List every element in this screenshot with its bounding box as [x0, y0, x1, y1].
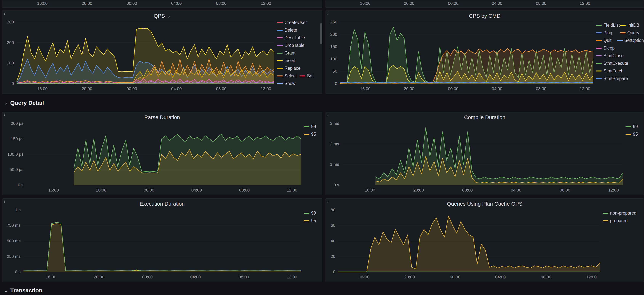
legend-color-marker [596, 40, 602, 41]
info-icon-glyph: i [327, 11, 328, 16]
legend-label: Insert [284, 58, 296, 63]
info-icon[interactable]: i [4, 199, 5, 204]
legend-item-query[interactable]: Query [620, 30, 644, 36]
x-tick-label: 12:00 [261, 1, 271, 6]
panel-title[interactable]: Execution Duration ⌄ [2, 198, 322, 209]
legend-label: DescTable [284, 35, 305, 40]
legend-item-99[interactable]: 99 [304, 124, 316, 129]
legend-color-marker [277, 22, 283, 23]
panel-title[interactable]: Parse Duration ⌄ [2, 112, 322, 123]
panel-title[interactable]: CPS by CMD ⌄ [326, 11, 644, 21]
y-axis: 050100150200250 [326, 21, 340, 85]
section-query-detail[interactable]: ⌄ Query Detail [2, 94, 644, 112]
legend-color-marker [626, 134, 631, 135]
legend-item-grant[interactable]: Grant [277, 50, 304, 56]
y-tick-label: 1 s [15, 208, 20, 212]
x-tick-label: 08:00 [560, 188, 570, 193]
legend-item-desctable[interactable]: DescTable [277, 35, 304, 40]
legend-color-marker [596, 63, 602, 64]
y-tick-label: 50 [333, 69, 337, 74]
x-tick-label: 00:00 [142, 274, 152, 280]
panel-title[interactable]: Compile Duration ⌄ [326, 112, 644, 123]
x-tick-label: 04:00 [171, 86, 182, 91]
plot-area[interactable] [23, 209, 301, 273]
y-tick-label: 3 ms [330, 121, 339, 126]
info-icon-glyph: i [4, 112, 5, 117]
x-tick-label: 04:00 [492, 86, 502, 91]
info-icon[interactable]: i [4, 11, 5, 16]
legend-label: 99 [311, 210, 316, 216]
info-icon[interactable]: i [327, 112, 328, 117]
legend-color-marker [596, 25, 602, 26]
x-tick-label: 12:00 [608, 188, 619, 193]
legend-item-99[interactable]: 99 [304, 210, 316, 216]
legend-item-setoption[interactable]: SetOption [617, 38, 644, 43]
x-axis: 16:0020:0000:0004:0008:0012:00 [340, 85, 593, 92]
legend-row: 99 [304, 209, 322, 217]
x-tick-label: 08:00 [541, 274, 551, 280]
legend-item-95[interactable]: 95 [626, 132, 638, 137]
x-tick-label: 20:00 [404, 1, 414, 6]
section-transaction[interactable]: ⌄ Transaction [2, 282, 644, 295]
legend-row: non-prepared [603, 209, 644, 217]
legend-item-quit[interactable]: Quit [596, 38, 617, 43]
panel-title-text: Execution Duration [140, 201, 185, 207]
panel-execution-duration: i Execution Duration ⌄ 0 s250 ms500 ms75… [2, 198, 322, 282]
legend-row: CreateUser [277, 21, 322, 26]
section-title: Query Detail [10, 100, 44, 106]
legend-item-delete[interactable]: Delete [277, 28, 304, 33]
legend: 9995 [301, 123, 322, 186]
legend-label: Ping [604, 30, 612, 36]
legend-label: InitDB [628, 23, 640, 28]
legend-color-marker [277, 30, 283, 31]
plot-area[interactable] [342, 123, 623, 186]
plot-area[interactable] [26, 123, 301, 186]
plot-area[interactable] [340, 21, 593, 85]
legend-item-ping[interactable]: Ping [596, 30, 620, 36]
legend-row: DropTable [277, 42, 322, 49]
panel-title[interactable]: Queries Using Plan Cache OPS ⌄ [326, 198, 644, 209]
x-axis: 16:0020:0000:0004:0008:0012:00 [16, 0, 274, 8]
legend-scrollbar[interactable] [320, 23, 322, 44]
info-icon[interactable]: i [4, 112, 5, 117]
legend-item-stmtprepare[interactable]: StmtPrepare [596, 76, 626, 81]
legend-item-stmtclose[interactable]: StmtClose [596, 53, 626, 58]
legend-item-insert[interactable]: Insert [277, 58, 304, 63]
legend-item-initdb[interactable]: InitDB [620, 23, 644, 28]
x-axis: 16:0020:0000:0004:0008:0012:00 [338, 273, 600, 281]
legend-item-95[interactable]: 95 [304, 218, 316, 223]
plot-area[interactable] [16, 21, 274, 85]
legend-item-stmtexecute[interactable]: StmtExecute [596, 61, 626, 66]
plot-area[interactable] [338, 209, 600, 273]
legend-row: StmtFetch [596, 67, 644, 75]
x-tick-label: 12:00 [287, 188, 297, 193]
legend-color-marker [620, 25, 626, 26]
legend-color-marker [277, 52, 283, 54]
y-tick-label: 200 [7, 40, 14, 45]
legend-item-non-prepared[interactable]: non-prepared [603, 210, 641, 216]
legend-row: 95 [626, 130, 644, 138]
legend-color-marker [617, 40, 623, 41]
x-tick-label: 08:00 [536, 86, 546, 91]
legend-item-stmtfetch[interactable]: StmtFetch [596, 68, 626, 74]
legend-item-droptable[interactable]: DropTable [277, 43, 304, 48]
legend-item-fieldlist[interactable]: FieldList [596, 23, 620, 28]
legend-item-99[interactable]: 99 [626, 124, 638, 129]
legend-item-createuser[interactable]: CreateUser [277, 21, 304, 25]
legend-color-marker [596, 32, 602, 33]
legend-item-select[interactable]: Select [277, 73, 300, 78]
panel-title[interactable]: QPS ⌄ [2, 11, 322, 21]
y-tick-label: 250 [330, 20, 337, 24]
legend-item-show[interactable]: Show [277, 81, 304, 85]
legend-row: StmtClose [596, 52, 644, 60]
info-icon[interactable]: i [327, 199, 328, 204]
legend-color-marker [277, 45, 283, 46]
info-icon[interactable]: i [327, 11, 328, 16]
legend-item-replace[interactable]: Replace [277, 66, 304, 71]
x-tick-label: 04:00 [495, 274, 506, 280]
legend-item-set[interactable]: Set [300, 73, 322, 78]
legend-item-prepared[interactable]: prepared [603, 218, 641, 223]
legend-item-sleep[interactable]: Sleep [596, 46, 626, 51]
y-tick-label: 100.0 µs [7, 152, 24, 157]
legend-item-95[interactable]: 95 [304, 132, 316, 137]
